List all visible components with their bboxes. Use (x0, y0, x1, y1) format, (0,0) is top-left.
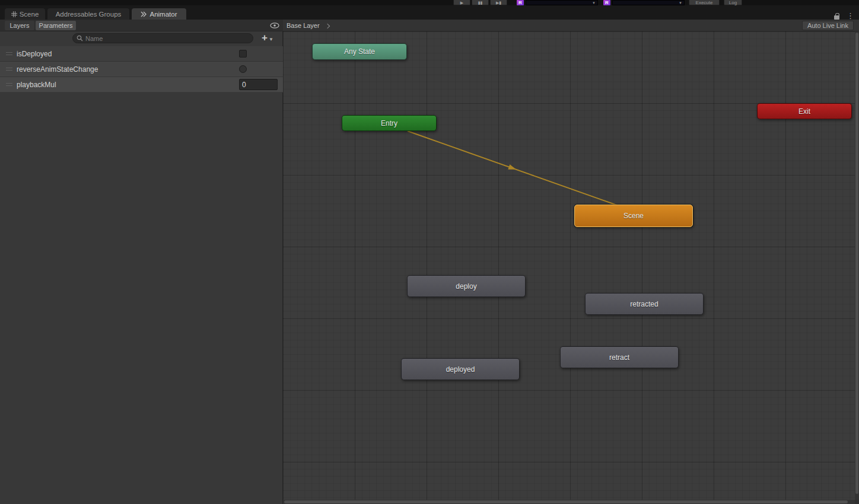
parameter-name: reverseAnimStateChange (17, 65, 98, 74)
state-label: Exit (798, 107, 810, 116)
window-tab-bar: Scene Addressables Groups Animator ⋮ (0, 5, 859, 20)
scrollbar-corner (855, 500, 859, 504)
horizontal-scrollbar[interactable] (283, 500, 855, 504)
tab-label: Addressables Groups (56, 11, 122, 18)
drag-handle-icon[interactable] (6, 52, 12, 55)
scene-grid-icon (11, 11, 17, 17)
state-node-retracted[interactable]: retracted (585, 293, 704, 315)
main-toolbar: ▶ ▮▮ ▶▮ R ▼ R ▼ Execute Log (0, 0, 859, 5)
parameter-search-row: + ▼ (0, 31, 283, 46)
tab-label: Scene (20, 11, 39, 18)
add-parameter-button[interactable]: + ▼ (262, 32, 281, 44)
vertical-scrollbar[interactable] (855, 31, 859, 500)
state-node-entry[interactable]: Entry (342, 115, 437, 131)
eye-icon[interactable] (269, 21, 281, 30)
tab-scene[interactable]: Scene (5, 8, 45, 20)
parameter-name: playbackMul (17, 81, 56, 89)
chevron-down-icon: ▼ (269, 37, 273, 42)
transition-entry-to-scene[interactable] (283, 31, 859, 504)
state-node-retract[interactable]: retract (560, 346, 679, 368)
vertical-scrollbar-thumb[interactable] (855, 33, 858, 494)
trigger-radio[interactable] (239, 65, 247, 73)
tab-animator[interactable]: Animator (132, 8, 186, 20)
chevron-right-icon (324, 23, 329, 28)
tab-label: Animator (149, 11, 177, 18)
search-field (72, 33, 253, 43)
state-label: deploy (456, 282, 476, 291)
state-label: Scene (623, 212, 644, 220)
parameters-header: Layers Parameters (0, 20, 283, 31)
step-button[interactable]: ▶▮ (490, 0, 507, 5)
log-button[interactable]: Log (724, 0, 742, 5)
state-node-exit[interactable]: Exit (757, 103, 852, 119)
float-value-input[interactable] (239, 79, 278, 90)
parameters-tab[interactable]: Parameters (36, 21, 76, 30)
state-label: retracted (630, 300, 658, 308)
animator-sub-bar: Layers Parameters Base Layer Auto Live L… (0, 20, 859, 31)
parameter-row-playbackMul[interactable]: playbackMul (0, 77, 283, 92)
state-label: retract (609, 353, 629, 362)
play-button[interactable]: ▶ (453, 0, 470, 5)
toolbar-dropdown-2[interactable]: ▼ (612, 0, 685, 5)
state-node-deploy[interactable]: deploy (407, 275, 526, 297)
state-label: deployed (446, 365, 475, 374)
drag-handle-icon[interactable] (6, 83, 12, 86)
state-machine-canvas[interactable]: Any State Entry Exit Scene deploy retrac… (283, 31, 859, 504)
pause-button[interactable]: ▮▮ (472, 0, 489, 5)
drag-handle-icon[interactable] (6, 68, 12, 71)
search-input[interactable] (85, 35, 249, 42)
animator-icon (141, 11, 147, 17)
lock-icon[interactable] (834, 15, 839, 20)
tab-addressables-groups[interactable]: Addressables Groups (47, 8, 129, 20)
package-icon: R (517, 0, 524, 5)
parameter-row-isDeployed[interactable]: isDeployed (0, 46, 283, 62)
parameters-panel: + ▼ isDeployed reverseAnimStateChange pl… (0, 31, 283, 504)
layers-tab[interactable]: Layers (5, 21, 34, 30)
state-node-any-state[interactable]: Any State (312, 43, 407, 60)
search-icon (77, 35, 83, 42)
breadcrumb[interactable]: Base Layer (287, 20, 329, 31)
layer-breadcrumb-bar: Base Layer Auto Live Link (283, 20, 859, 31)
state-label: Any State (344, 47, 375, 56)
kebab-menu-icon[interactable]: ⋮ (847, 12, 854, 20)
unity-editor-window: { "toolbar": { "play_icon": "▶", "pause_… (0, 0, 859, 504)
package-icon: R (603, 0, 610, 5)
state-node-scene[interactable]: Scene (574, 205, 693, 227)
auto-live-link-button[interactable]: Auto Live Link (802, 21, 854, 30)
parameter-row-reverseAnimStateChange[interactable]: reverseAnimStateChange (0, 62, 283, 77)
parameter-name: isDeployed (17, 50, 52, 58)
state-node-deployed[interactable]: deployed (401, 358, 520, 380)
breadcrumb-label: Base Layer (287, 22, 320, 29)
execute-button[interactable]: Execute (689, 0, 720, 5)
horizontal-scrollbar-thumb[interactable] (284, 500, 848, 503)
bool-checkbox[interactable] (239, 50, 247, 58)
toolbar-dropdown-1[interactable]: ▼ (526, 0, 598, 5)
plus-icon: + (262, 32, 268, 44)
state-label: Entry (381, 119, 397, 127)
